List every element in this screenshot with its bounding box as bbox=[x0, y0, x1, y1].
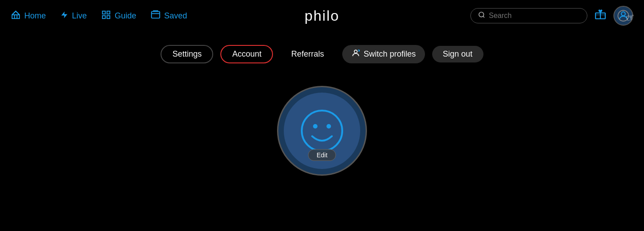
nav-saved[interactable]: Saved bbox=[151, 10, 187, 22]
svg-rect-4 bbox=[103, 15, 105, 18]
referrals-button[interactable]: Referrals bbox=[280, 46, 335, 62]
avatar-button[interactable]: ☞ bbox=[613, 6, 633, 26]
nav-guide-label: Guide bbox=[115, 11, 136, 21]
search-icon bbox=[478, 11, 485, 20]
edit-profile-button[interactable]: Edit bbox=[308, 149, 336, 161]
svg-point-10 bbox=[622, 12, 626, 16]
avatar-icon bbox=[617, 10, 629, 22]
nav-home[interactable]: Home bbox=[11, 10, 46, 22]
svg-rect-0 bbox=[12, 15, 20, 18]
switch-profiles-button[interactable]: Switch profiles bbox=[342, 45, 425, 63]
logo: philo bbox=[304, 8, 340, 24]
switch-profiles-icon bbox=[351, 49, 360, 60]
svg-rect-3 bbox=[107, 11, 110, 13]
nav-live-label: Live bbox=[72, 11, 87, 21]
svg-point-14 bbox=[313, 124, 318, 129]
svg-rect-5 bbox=[107, 15, 110, 18]
navbar: Home Live Guide bbox=[0, 0, 644, 31]
svg-point-15 bbox=[326, 124, 331, 129]
search-input[interactable] bbox=[489, 12, 580, 20]
nav-guide[interactable]: Guide bbox=[101, 10, 136, 22]
svg-marker-1 bbox=[61, 11, 67, 18]
guide-icon bbox=[101, 10, 111, 22]
account-button[interactable]: Account bbox=[220, 45, 273, 63]
svg-rect-2 bbox=[103, 11, 105, 13]
profile-circle-outer: Edit bbox=[277, 86, 367, 176]
switch-profiles-label: Switch profiles bbox=[364, 49, 416, 59]
search-box[interactable] bbox=[470, 8, 587, 23]
nav-live[interactable]: Live bbox=[60, 10, 87, 22]
nav-left: Home Live Guide bbox=[11, 10, 187, 22]
profile-area: Edit bbox=[0, 86, 644, 176]
nav-home-label: Home bbox=[24, 11, 46, 21]
svg-point-12 bbox=[354, 50, 357, 53]
svg-rect-6 bbox=[152, 11, 160, 18]
settings-button[interactable]: Settings bbox=[161, 45, 213, 63]
svg-line-8 bbox=[483, 16, 484, 18]
live-icon bbox=[60, 10, 68, 22]
profile-circle-inner: Edit bbox=[284, 93, 360, 169]
home-icon bbox=[11, 10, 21, 22]
sign-out-button[interactable]: Sign out bbox=[432, 46, 483, 62]
svg-point-7 bbox=[479, 12, 484, 17]
nav-saved-label: Saved bbox=[164, 11, 187, 21]
gift-icon[interactable] bbox=[595, 9, 606, 23]
nav-right: ☞ bbox=[470, 6, 633, 26]
saved-icon bbox=[151, 10, 161, 22]
svg-point-13 bbox=[302, 111, 342, 151]
smiley-face-icon bbox=[300, 108, 344, 153]
sub-nav: Settings Account Referrals Switch profil… bbox=[0, 36, 644, 72]
